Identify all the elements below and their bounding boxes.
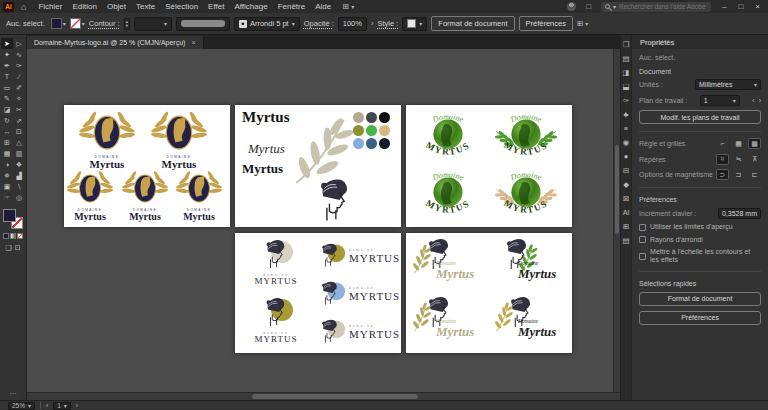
opacity-link[interactable]: Opacité :: [304, 19, 334, 28]
artboard-1[interactable]: DOMAINE Myrtus DOMAINE Myrtus DOMAINE My…: [64, 105, 230, 227]
opacity-value-field[interactable]: 100%: [338, 17, 367, 31]
guides-toggle[interactable]: ≒: [732, 154, 745, 165]
arrange-documents-icon[interactable]: □: [582, 2, 595, 11]
tool[interactable]: ▷: [13, 38, 25, 49]
search-input[interactable]: [619, 3, 707, 10]
horizontal-scrollbar-thumb[interactable]: [252, 394, 418, 399]
rulers-grid-toggle[interactable]: ⌐: [716, 138, 729, 149]
brush-select[interactable]: •Arrondi 5 pt▾: [234, 17, 300, 31]
menu-item[interactable]: Objet: [102, 2, 131, 11]
quick-action-button[interactable]: Préférences: [639, 311, 761, 325]
panel-icon[interactable]: ▤: [622, 236, 629, 245]
menu-item[interactable]: Edition: [67, 2, 101, 11]
artboard-5[interactable]: DomaineMyrtus DomaineMyrtus: [406, 233, 572, 353]
panel-icon[interactable]: ◨: [622, 68, 629, 77]
preferences-button[interactable]: Préférences: [519, 16, 573, 31]
close-tab-icon[interactable]: ×: [191, 39, 195, 46]
tool[interactable]: ▣: [1, 181, 13, 192]
stroke-weight-select[interactable]: ▾: [134, 17, 172, 31]
snap-toggle[interactable]: ⊏: [748, 169, 761, 180]
snap-toggle[interactable]: ⊃: [716, 169, 729, 180]
preference-checkbox[interactable]: Rayons d'arrondi: [639, 236, 761, 244]
style-link[interactable]: Style :: [377, 19, 398, 28]
vertical-scrollbar-thumb[interactable]: [615, 145, 619, 234]
screen-mode-icon[interactable]: ⊡: [15, 244, 21, 252]
tab-properties[interactable]: Propriétés: [632, 35, 768, 49]
color-mode-icon[interactable]: [3, 233, 9, 239]
menu-item[interactable]: Aide: [310, 2, 336, 11]
panel-icon[interactable]: ⬓: [622, 82, 629, 91]
tool[interactable]: ◪: [1, 104, 13, 115]
illustrator-logo-icon[interactable]: Ai: [3, 2, 14, 12]
panel-icon[interactable]: ●: [624, 152, 629, 161]
tool[interactable]: ⊡: [13, 126, 25, 137]
tool[interactable]: △: [13, 137, 25, 148]
checkbox-box[interactable]: [639, 236, 646, 243]
tool[interactable]: ∿: [13, 49, 25, 60]
edit-artboards-button[interactable]: Modif. les plans de travail: [639, 110, 761, 124]
fill-color-control[interactable]: ▾: [51, 18, 66, 29]
edit-toolbar-icon[interactable]: …: [9, 387, 17, 396]
artboard-2[interactable]: Myrtus Myrtus Myrtus: [235, 105, 401, 227]
units-select[interactable]: Millimètres▾: [695, 79, 761, 90]
artboard-select[interactable]: 1▾: [700, 95, 740, 106]
style-select[interactable]: ▾: [402, 17, 427, 31]
draw-mode-icon[interactable]: ❑: [5, 244, 11, 252]
checkbox-box[interactable]: [639, 224, 646, 231]
help-search[interactable]: ▾: [601, 2, 711, 12]
minimize-button[interactable]: –: [717, 2, 731, 11]
stroke-weight-link[interactable]: Contour :: [89, 19, 120, 28]
vertical-scrollbar[interactable]: [613, 49, 620, 392]
panel-icon[interactable]: Al: [623, 208, 630, 217]
tool[interactable]: ▟: [13, 170, 25, 181]
tool[interactable]: ⇗: [13, 115, 25, 126]
menu-item[interactable]: Sélection: [160, 2, 203, 11]
checkbox-box[interactable]: [639, 253, 646, 260]
tool[interactable]: ◑: [1, 159, 13, 170]
menu-item[interactable]: Fichier: [33, 2, 67, 11]
panel-icon[interactable]: ◆: [623, 180, 629, 189]
document-setup-button[interactable]: Format de document: [431, 16, 514, 31]
stroke-weight-stepper[interactable]: ▴▾: [124, 18, 130, 30]
panel-icon[interactable]: ▤: [622, 54, 629, 63]
tool[interactable]: ✧: [13, 93, 25, 104]
artboard-prev-icon[interactable]: ‹: [752, 97, 754, 104]
menu-item[interactable]: Effet: [203, 2, 229, 11]
artboard-next-button[interactable]: ›: [76, 402, 78, 409]
fill-stroke-indicator[interactable]: [3, 209, 23, 229]
panel-icon[interactable]: ⊟: [623, 166, 629, 175]
close-button[interactable]: ×: [750, 2, 765, 11]
tool[interactable]: ◎: [13, 192, 25, 203]
tool[interactable]: ✂: [13, 104, 25, 115]
keyboard-increment-field[interactable]: 0,3528 mm: [718, 208, 761, 219]
fill-swatch[interactable]: [51, 18, 62, 29]
tool[interactable]: ⊞: [1, 137, 13, 148]
artboard-3[interactable]: Domaine MYRTUS Domaine MYRTUS: [406, 105, 572, 227]
panel-icon[interactable]: ♣: [624, 110, 629, 119]
width-profile-select[interactable]: [176, 17, 230, 31]
artboard-next-icon[interactable]: ›: [759, 97, 761, 104]
stroke-color-control[interactable]: ▾: [70, 18, 85, 29]
artboard-nav-select[interactable]: 1▾: [53, 402, 71, 410]
panel-icon[interactable]: ≡: [624, 124, 628, 133]
tool[interactable]: T: [1, 71, 13, 82]
horizontal-scrollbar[interactable]: [27, 392, 620, 400]
preference-checkbox[interactable]: Mettre à l'échelle les contours et les e…: [639, 248, 761, 264]
zoom-level-select[interactable]: 25%▾: [8, 402, 35, 410]
tool[interactable]: ↔: [1, 126, 13, 137]
restore-button[interactable]: □: [733, 2, 748, 11]
menu-item[interactable]: Affichage: [229, 2, 272, 11]
canvas[interactable]: DOMAINE Myrtus DOMAINE Myrtus DOMAINE My…: [27, 49, 620, 392]
preference-checkbox[interactable]: Utiliser les limites d'aperçu: [639, 223, 761, 231]
panel-icon[interactable]: ⊠: [623, 194, 629, 203]
tool[interactable]: ✐: [13, 82, 25, 93]
tool[interactable]: ✒: [1, 60, 13, 71]
tool[interactable]: ❖: [13, 159, 25, 170]
tool[interactable]: ☞: [1, 192, 13, 203]
arrange-icon[interactable]: ⊞▾: [577, 19, 588, 28]
snap-toggle[interactable]: ⊐: [732, 169, 745, 180]
panel-icon[interactable]: ✑: [623, 96, 629, 105]
tool[interactable]: ✵: [1, 170, 13, 181]
panel-icon[interactable]: ◉: [623, 138, 630, 147]
rulers-grid-toggle[interactable]: ▦: [732, 138, 745, 149]
